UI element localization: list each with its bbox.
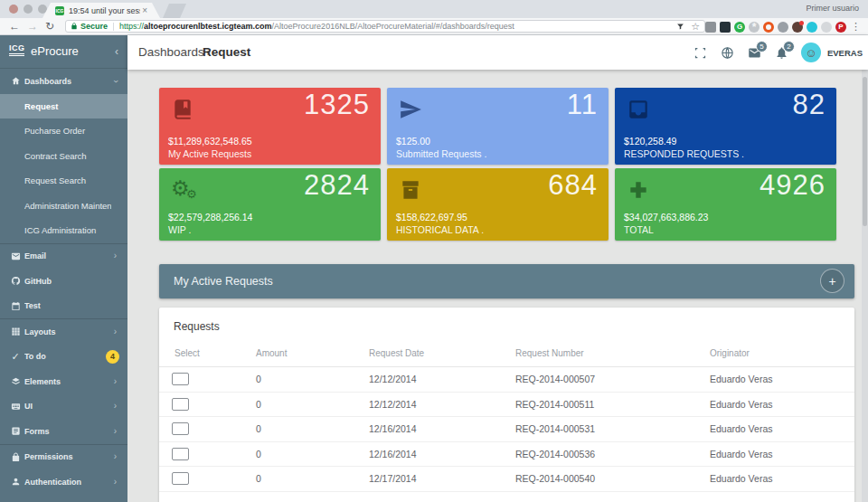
chrome-menu-icon[interactable]: ⋮ — [851, 21, 861, 33]
requests-table-card: Requests SelectAmountRequest DateRequest… — [159, 308, 854, 502]
extension-teal-drop[interactable] — [807, 22, 817, 33]
omnibox-filter-icon[interactable] — [676, 18, 684, 34]
row-checkbox[interactable] — [172, 373, 189, 385]
sidebar-item-administration-maintenance[interactable]: Administration Maintenance — [0, 194, 127, 219]
cell-date: 12/12/2014 — [354, 374, 500, 384]
sidebar-item-label: Request Search — [24, 175, 111, 185]
table-row[interactable]: 012/17/2014REQ-2014-000540Eduardo Veras — [159, 467, 854, 492]
bell-icon[interactable]: 2 — [774, 45, 789, 61]
browser-window: ICG 19:54 until your session times × Pri… — [0, 0, 868, 502]
tab-close-icon[interactable]: × — [142, 6, 147, 15]
sidebar-item-test[interactable]: Test — [0, 294, 127, 319]
sidebar-item-label: Elements — [24, 377, 111, 386]
breadcrumb-parent[interactable]: Dashboards — [138, 45, 204, 59]
sidebar-item-forms[interactable]: Forms› — [0, 419, 127, 444]
metric-amount: $158,622,697.95 — [396, 212, 467, 223]
globe-icon[interactable] — [720, 45, 735, 61]
extension-grammarly[interactable]: G — [734, 22, 745, 33]
metric-card-wip[interactable]: ⚙⚙2824$22,579,288,256.14WIP . — [159, 168, 381, 241]
sidebar-item-permissions[interactable]: Permissions› — [0, 445, 127, 470]
sidebar-item-pucharse-order[interactable]: Pucharse Order — [0, 118, 127, 144]
page-scrollbar[interactable] — [862, 70, 868, 502]
sidebar-item-icg-administration[interactable]: ICG Administration — [0, 218, 127, 243]
reload-icon[interactable]: ↻ — [45, 20, 54, 33]
extension-brown[interactable] — [792, 22, 803, 33]
close-window-button[interactable] — [9, 5, 18, 14]
sidebar-item-label: Authentication — [24, 478, 111, 487]
omnibox-divider — [113, 23, 114, 31]
sidebar-item-elements[interactable]: Elements› — [0, 369, 127, 394]
table-row[interactable]: 012/16/2014REQ-2014-000536Eduardo Veras — [159, 442, 854, 468]
extension-asterisk[interactable]: * — [749, 22, 760, 33]
sidebar-item-request[interactable]: Request — [0, 94, 127, 119]
secure-chip[interactable]: Secure — [71, 22, 108, 31]
extension-grey-box[interactable] — [705, 22, 716, 33]
column-header-amount: Amount — [241, 348, 354, 358]
sidebar-item-github[interactable]: GitHub — [0, 269, 127, 294]
mail-icon[interactable]: 5 — [747, 45, 762, 61]
metric-label: RESPONDED REQUESTS . — [624, 148, 744, 159]
row-checkbox[interactable] — [172, 448, 189, 460]
sidebar-item-request-search[interactable]: Request Search — [0, 168, 127, 194]
minimize-window-button[interactable] — [24, 5, 33, 14]
metric-card-submitted-requests[interactable]: 11$125.00Submitted Requests . — [387, 88, 609, 165]
sidebar-item-layouts[interactable]: Layouts› — [0, 319, 127, 345]
sidebar-item-contract-search[interactable]: Contract Search — [0, 144, 127, 169]
sidebar-item-authentication[interactable]: Authentication› — [0, 469, 127, 495]
new-tab-button[interactable] — [163, 4, 186, 18]
metric-amount: $120,258.49 — [624, 136, 676, 147]
extension-owl[interactable] — [720, 22, 731, 33]
sidebar-item-ui[interactable]: UI› — [0, 394, 127, 420]
browser-tab[interactable]: ICG 19:54 until your session times × — [42, 3, 160, 18]
table-body: 012/12/2014REQ-2014-000507Eduardo Veras0… — [159, 367, 854, 492]
metric-card-historical-data[interactable]: 684$158,622,697.95HISTORICAL DATA . — [387, 168, 609, 241]
metric-card-my-active-requests[interactable]: 1325$11,289,632,548.65My Active Requests — [159, 88, 381, 165]
breadcrumb[interactable]: Dashboards› — [138, 45, 211, 59]
chevron-right-icon: › — [114, 427, 117, 436]
chrome-profile-name[interactable]: Primer usuario — [806, 4, 859, 13]
sidebar-item-dashboards[interactable]: Dashboards› — [0, 69, 127, 94]
extension-grey-circle[interactable] — [778, 22, 788, 33]
row-checkbox[interactable] — [172, 472, 189, 485]
app-header: Dashboards› Request 5 2 ☺ EVERAS — [127, 35, 868, 70]
chevron-right-icon: › — [114, 452, 117, 461]
table-row[interactable]: 012/12/2014REQ-2014-000507Eduardo Veras — [159, 367, 854, 393]
table-row[interactable]: 012/16/2014REQ-2014-000531Eduardo Veras — [159, 417, 854, 442]
row-checkbox[interactable] — [172, 422, 189, 435]
page-scrollbar-thumb[interactable] — [863, 77, 867, 226]
cell-date: 12/16/2014 — [354, 423, 500, 434]
add-button[interactable]: + — [820, 269, 844, 293]
fullscreen-icon[interactable] — [693, 45, 708, 61]
user-name[interactable]: EVERAS — [827, 48, 863, 58]
bookmark-star-icon[interactable]: ☆ — [691, 22, 700, 32]
archive-icon — [399, 178, 426, 204]
metric-card-total[interactable]: 4926$34,027,663,886.23TOTAL — [615, 168, 836, 241]
sidebar-item-email[interactable]: Email› — [0, 244, 127, 270]
metric-amount: $34,027,663,886.23 — [624, 212, 708, 223]
metric-label: WIP . — [168, 224, 191, 235]
main-area: Dashboards› Request 5 2 ☺ EVERAS 1325$11… — [127, 35, 868, 502]
table-row[interactable]: 012/12/2014REQ-2014-000511Eduardo Veras — [159, 393, 854, 418]
sidebar-item-label: Contract Search — [24, 151, 111, 161]
metric-label: HISTORICAL DATA . — [396, 224, 484, 235]
sidebar-item-label: GitHub — [24, 277, 111, 286]
sidebar-item-label: ICG Administration — [24, 225, 111, 235]
sidebar-item-label: Layouts — [24, 327, 111, 336]
active-requests-panel-header[interactable]: My Active Requests + — [159, 264, 854, 298]
cell-number: REQ-2014-000507 — [500, 374, 694, 384]
extension-office[interactable] — [763, 22, 774, 33]
back-icon[interactable]: ← — [9, 20, 20, 33]
avatar[interactable]: ☺ — [801, 43, 821, 62]
chevron-down-icon: › — [110, 80, 119, 82]
address-bar[interactable]: Secure https://altoeprocurenlbtest.icgte… — [65, 20, 705, 33]
row-checkbox[interactable] — [172, 398, 189, 411]
extension-grey-disc[interactable] — [821, 22, 832, 33]
secure-label: Secure — [80, 22, 108, 31]
metric-card-responded-requests[interactable]: 82$120,258.49RESPONDED REQUESTS . — [615, 88, 836, 165]
sidebar-collapse-icon[interactable]: ‹ — [115, 45, 118, 58]
sidebar-item-to-do[interactable]: ✓To do4 — [0, 345, 127, 370]
cell-date: 12/16/2014 — [354, 449, 500, 459]
sidebar-item-label: Test — [24, 301, 111, 310]
sidebar-brand: ICG eProcure ‹ — [0, 35, 127, 69]
extension-pinterest[interactable]: P — [835, 22, 846, 33]
